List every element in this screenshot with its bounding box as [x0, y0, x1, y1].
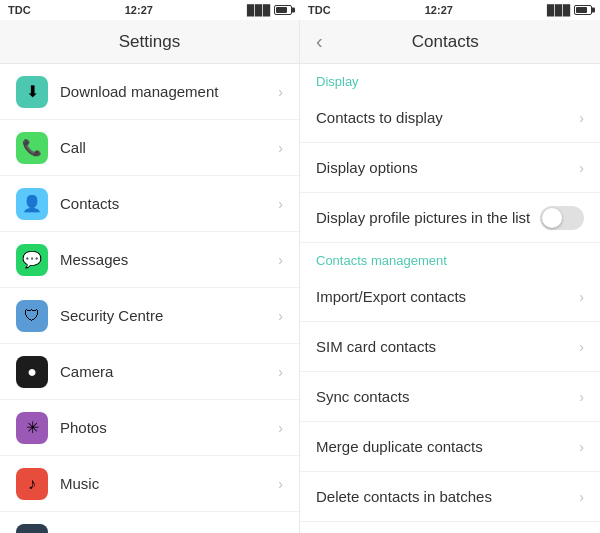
settings-item-messages[interactable]: 💬 Messages › — [0, 232, 299, 288]
right-panel: ‹ Contacts Display Contacts to display ›… — [300, 20, 600, 533]
settings-item-music[interactable]: ♪ Music › — [0, 456, 299, 512]
label-download: Download management — [60, 83, 278, 100]
settings-item-photos[interactable]: ✳ Photos › — [0, 400, 299, 456]
chevron-security: › — [278, 308, 283, 324]
label-messages: Messages — [60, 251, 278, 268]
label-sim-card: SIM card contacts — [316, 338, 579, 355]
contacts-item-sim-card[interactable]: SIM card contacts › — [300, 322, 600, 372]
back-button[interactable]: ‹ — [316, 30, 323, 53]
chevron-sync: › — [579, 389, 584, 405]
label-photos: Photos — [60, 419, 278, 436]
icon-photos: ✳ — [16, 412, 48, 444]
settings-list: ⬇ Download management › 📞 Call › 👤 Conta… — [0, 64, 299, 533]
label-sync: Sync contacts — [316, 388, 579, 405]
contacts-item-delete-batches[interactable]: Delete contacts in batches › — [300, 472, 600, 522]
status-bars: TDC 12:27 ▉▉▉ TDC 12:27 ▉▉▉ — [0, 0, 600, 20]
left-header: Settings — [0, 20, 299, 64]
settings-item-call[interactable]: 📞 Call › — [0, 120, 299, 176]
carrier-right: TDC — [308, 4, 331, 16]
time-left: 12:27 — [125, 4, 153, 16]
settings-item-camera[interactable]: ● Camera › — [0, 344, 299, 400]
chevron-music: › — [278, 476, 283, 492]
status-bar-right: TDC 12:27 ▉▉▉ — [300, 0, 600, 20]
chevron-merge-duplicate: › — [579, 439, 584, 455]
chevron-photos: › — [278, 420, 283, 436]
chevron-import-export: › — [579, 289, 584, 305]
chevron-camera: › — [278, 364, 283, 380]
chevron-call: › — [278, 140, 283, 156]
label-contacts-to-display: Contacts to display — [316, 109, 579, 126]
status-icons-left: ▉▉▉ — [247, 5, 292, 16]
contacts-item-sync[interactable]: Sync contacts › — [300, 372, 600, 422]
chevron-display-options: › — [579, 160, 584, 176]
icon-call: 📞 — [16, 132, 48, 164]
status-icons-right: ▉▉▉ — [547, 5, 592, 16]
chevron-sim-card: › — [579, 339, 584, 355]
icon-camera: ● — [16, 356, 48, 388]
contacts-item-merge-duplicate[interactable]: Merge duplicate contacts › — [300, 422, 600, 472]
settings-item-video[interactable]: ▶ Video › — [0, 512, 299, 533]
section-label-1: Contacts management — [300, 243, 600, 272]
chevron-download: › — [278, 84, 283, 100]
label-display-profile-pictures: Display profile pictures in the list — [316, 209, 540, 226]
contacts-item-import-export[interactable]: Import/Export contacts › — [300, 272, 600, 322]
contacts-item-display-profile-pictures[interactable]: Display profile pictures in the list — [300, 193, 600, 243]
icon-messages: 💬 — [16, 244, 48, 276]
icon-security: 🛡 — [16, 300, 48, 332]
label-merge-duplicate: Merge duplicate contacts — [316, 438, 579, 455]
signal-icon: ▉▉▉ — [247, 5, 271, 16]
signal-icon-right: ▉▉▉ — [547, 5, 571, 16]
contacts-title: Contacts — [331, 32, 560, 52]
chevron-contacts-to-display: › — [579, 110, 584, 126]
toggle-display-profile-pictures[interactable] — [540, 206, 584, 230]
label-import-export: Import/Export contacts — [316, 288, 579, 305]
chevron-contacts: › — [278, 196, 283, 212]
label-music: Music — [60, 475, 278, 492]
left-panel: Settings ⬇ Download management › 📞 Call … — [0, 20, 300, 533]
label-display-options: Display options — [316, 159, 579, 176]
status-bar-left: TDC 12:27 ▉▉▉ — [0, 0, 300, 20]
contacts-item-contacts-to-display[interactable]: Contacts to display › — [300, 93, 600, 143]
icon-contacts: 👤 — [16, 188, 48, 220]
label-contacts: Contacts — [60, 195, 278, 212]
toggle-thumb-display-profile-pictures — [542, 208, 562, 228]
icon-video: ▶ — [16, 524, 48, 534]
chevron-messages: › — [278, 252, 283, 268]
settings-item-download[interactable]: ⬇ Download management › — [0, 64, 299, 120]
battery-icon-right — [574, 5, 592, 15]
right-header: ‹ Contacts — [300, 20, 600, 64]
settings-title: Settings — [119, 32, 180, 52]
label-camera: Camera — [60, 363, 278, 380]
label-call: Call — [60, 139, 278, 156]
main-content: Settings ⬇ Download management › 📞 Call … — [0, 20, 600, 533]
icon-music: ♪ — [16, 468, 48, 500]
section-label-0: Display — [300, 64, 600, 93]
contacts-list: Display Contacts to display › Display op… — [300, 64, 600, 533]
settings-item-security[interactable]: 🛡 Security Centre › — [0, 288, 299, 344]
chevron-delete-batches: › — [579, 489, 584, 505]
label-security: Security Centre — [60, 307, 278, 324]
carrier-left: TDC — [8, 4, 31, 16]
battery-icon-left — [274, 5, 292, 15]
label-delete-batches: Delete contacts in batches — [316, 488, 579, 505]
icon-download: ⬇ — [16, 76, 48, 108]
contacts-item-display-options[interactable]: Display options › — [300, 143, 600, 193]
time-right: 12:27 — [425, 4, 453, 16]
settings-item-contacts[interactable]: 👤 Contacts › — [0, 176, 299, 232]
